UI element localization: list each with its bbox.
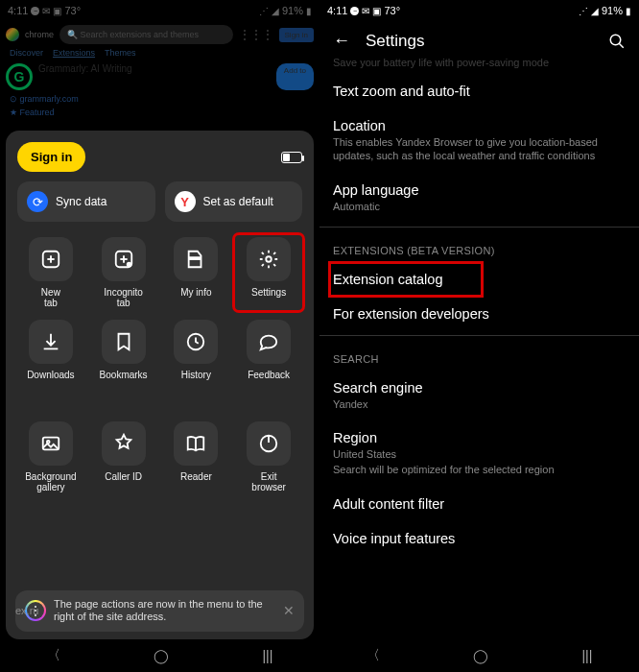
settings-item-adult-content-filter[interactable]: Adult content filter [333,487,626,521]
signal-icon: ◢ [272,6,279,16]
settings-item-sub: United States [333,447,626,461]
wifi-icon: ⋰ [579,6,588,16]
tile-caller-id[interactable]: Caller ID [90,420,157,494]
grid-icon: ⋮⋮⋮ [239,28,273,41]
new-tab-icon [29,237,73,281]
backdrop-card-link: ⊙ grammarly.com [10,94,314,104]
settings-item-label: Region [333,430,626,445]
status-bar: 4:11 − ✉ ▣ 73° ⋰ ◢ 91% ▮ [0,0,320,21]
dimmed-webstore-backdrop: chrome 🔍 Search extensions and themes ⋮⋮… [0,21,320,121]
tile-label: Exitbrowser [251,471,286,492]
svg-point-6 [127,263,130,267]
tile-incognito-tab[interactable]: Incognitotab [90,235,157,310]
tile-history[interactable]: History [163,318,230,393]
tile-label: My info [180,287,211,308]
nav-back-button[interactable]: 〈 [367,647,380,664]
status-battery: 91% [282,5,303,16]
settings-item-text-zoom-and-auto-fit[interactable]: Text zoom and auto-fit [333,74,626,108]
status-time: 4:11 [327,5,347,16]
status-time: 4:11 [8,5,28,16]
tile-feedback[interactable]: Feedback [235,318,302,393]
backdrop-app-label: chrome [25,30,54,39]
system-nav-bar: 〈 ◯ ||| [0,639,320,672]
page-actions-tip: ex.ru ⋮ The page actions are now in the … [15,590,304,633]
tile-bg-gallery[interactable]: Backgroundgallery [17,420,84,494]
tile-label: Incognitotab [104,287,143,308]
settings-item-label: Adult content filter [333,496,626,512]
settings-item-label: Text zoom and auto-fit [333,84,626,99]
settings-item-label: Search engine [333,380,626,396]
svg-line-14 [619,43,624,48]
battery-icon: ▮ [306,6,312,16]
bookmarks-icon [102,320,146,364]
search-button[interactable] [608,33,626,50]
camera-icon: ✉ [362,6,369,16]
chrome-icon [6,28,19,41]
settings-section-header: SEARCH [333,340,626,371]
tile-reader[interactable]: Reader [163,420,230,494]
tile-label: Feedback [248,370,290,391]
nav-home-button[interactable]: ◯ [473,648,488,663]
tip-text: The page actions are now in the menu to … [54,598,275,625]
status-bar: 4:11 − ✉ ▣ 73° ⋰ ◢ 91% ▮ [320,0,639,21]
nav-home-button[interactable]: ◯ [154,648,169,663]
tile-new-tab[interactable]: Newtab [17,235,84,310]
svg-point-7 [266,256,272,262]
sync-icon: ⟳ [27,191,48,212]
default-label: Set as default [203,195,273,208]
grammarly-icon: G [6,63,33,90]
left-pane: 4:11 − ✉ ▣ 73° ⋰ ◢ 91% ▮ chrome 🔍 Search… [0,0,320,672]
history-icon [174,320,218,364]
my-info-icon [174,237,218,281]
caller-id-icon [102,421,146,466]
status-battery: 91% [602,5,623,16]
tile-label: Downloads [27,370,74,391]
settings-item-search-engine[interactable]: Search engineYandex [333,371,626,420]
settings-item-region[interactable]: RegionUnited StatesSearch will be optimi… [333,420,626,487]
sync-data-button[interactable]: ⟳ Sync data [17,181,155,222]
bg-gallery-icon [29,421,73,466]
close-tip-button[interactable]: ✕ [283,603,295,618]
settings-item-label: Voice input features [333,531,626,546]
settings-item-voice-input-features[interactable]: Voice input features [333,521,626,556]
status-temp: 73° [384,5,400,16]
tile-settings[interactable]: Settings [235,235,302,310]
status-icon: − [350,7,359,15]
tile-label: Backgroundgallery [25,471,76,492]
exit-browser-icon [247,421,291,466]
nav-recents-button[interactable]: ||| [581,648,592,663]
settings-header: ← Settings [320,21,639,57]
tile-exit-browser[interactable]: Exitbrowser [235,420,302,494]
settings-item-label: App language [333,182,626,198]
cutoff-text: Save your battery life with power-saving… [320,57,639,74]
back-button[interactable]: ← [333,31,350,51]
reader-icon [174,421,218,466]
backdrop-extension-card: G Grammarly: AI Writing Add to [6,63,314,90]
status-temp: 73° [64,5,81,16]
tile-bookmarks[interactable]: Bookmarks [90,318,157,393]
sign-in-button[interactable]: Sign in [17,142,85,172]
settings-section-header: EXTENSIONS (BETA VERSION) [333,231,626,262]
nav-back-button[interactable]: 〈 [47,647,60,664]
settings-item-label: For extension developers [333,306,626,322]
settings-item-location[interactable]: LocationThis enables Yandex Browser to g… [333,108,626,173]
right-pane: 4:11 − ✉ ▣ 73° ⋰ ◢ 91% ▮ ← Settings Save… [320,0,639,672]
tile-label: Newtab [41,287,60,308]
browser-menu-sheet: Sign in ⟳ Sync data Y Set as default New… [6,131,314,639]
incognito-tab-icon [102,237,146,281]
settings-item-sub2: Search will be optimized for the selecte… [333,463,626,476]
status-icon: − [31,7,39,15]
battery-saver-icon[interactable] [281,152,302,163]
tile-downloads[interactable]: Downloads [17,318,84,393]
set-default-button[interactable]: Y Set as default [165,181,303,222]
webstore-search: 🔍 Search extensions and themes [59,25,233,44]
nav-recents-button[interactable]: ||| [262,648,272,663]
settings-item-for-extension-developers[interactable]: For extension developers [333,297,626,331]
settings-item-app-language[interactable]: App languageAutomatic [333,173,626,223]
settings-item-extension-catalog[interactable]: Extension catalog [329,262,483,297]
wifi-icon: ⋰ [259,6,269,16]
battery-icon: ▮ [626,6,631,16]
backdrop-signin: Sign in [279,28,314,42]
backdrop-tabs: Discover Extensions Themes [10,48,314,58]
tile-my-info[interactable]: My info [163,235,230,310]
